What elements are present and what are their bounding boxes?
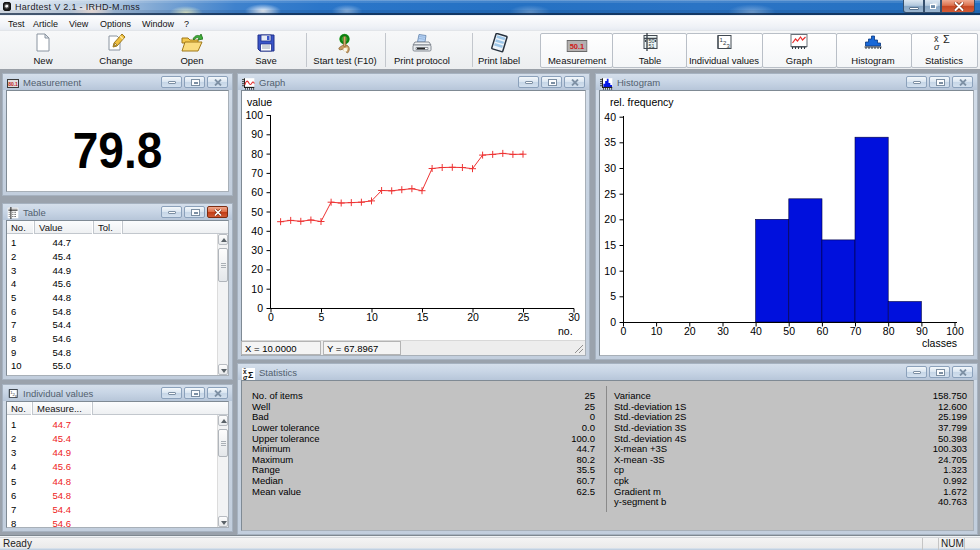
svg-text:20: 20 [467,311,479,323]
svg-text:20: 20 [251,263,263,275]
svg-text:70: 70 [850,325,862,337]
svg-text:40: 40 [251,225,263,237]
svg-text:50: 50 [251,206,263,218]
svg-text:20: 20 [684,325,696,337]
svg-text:60: 60 [251,186,263,198]
svg-text:Σ: Σ [943,34,950,45]
svg-text:σ: σ [934,42,940,51]
svg-text:100: 100 [245,109,263,121]
svg-text:50: 50 [783,325,795,337]
svg-text:30: 30 [604,162,616,174]
svg-text:30: 30 [717,325,729,337]
svg-text:5: 5 [319,311,325,323]
svg-text:90: 90 [916,325,928,337]
svg-text:5: 5 [610,290,616,302]
svg-text:classes: classes [922,337,957,349]
svg-text:80: 80 [883,325,895,337]
svg-text:30: 30 [251,244,263,256]
svg-text:0: 0 [621,325,627,337]
svg-text:0: 0 [610,316,616,328]
svg-text:50.1: 50.1 [570,42,585,51]
svg-text:20: 20 [604,213,616,225]
svg-text:100: 100 [946,325,964,337]
svg-text:60: 60 [817,325,829,337]
svg-text:80.1: 80.1 [8,81,18,87]
svg-text:40: 40 [750,325,762,337]
svg-text:80: 80 [251,148,263,160]
svg-text:10: 10 [604,265,616,277]
svg-text:70: 70 [251,167,263,179]
svg-text:51: 51 [649,43,655,49]
svg-text:value: value [247,96,272,108]
svg-text:10: 10 [651,325,663,337]
svg-text:25: 25 [604,188,616,200]
svg-text:0: 0 [268,311,274,323]
svg-text:15: 15 [604,239,616,251]
svg-text:no.: no. [558,325,573,337]
svg-text:90: 90 [251,128,263,140]
svg-text:30: 30 [568,311,580,323]
svg-text:10: 10 [251,283,263,295]
svg-text:10: 10 [366,311,378,323]
svg-text:40: 40 [604,111,616,123]
svg-text:0: 0 [257,302,263,314]
svg-text:Σ: Σ [248,370,254,380]
svg-text:25: 25 [518,311,530,323]
svg-text:15: 15 [417,311,429,323]
svg-text:35: 35 [604,136,616,148]
svg-text:rel. frequency: rel. frequency [610,96,674,108]
